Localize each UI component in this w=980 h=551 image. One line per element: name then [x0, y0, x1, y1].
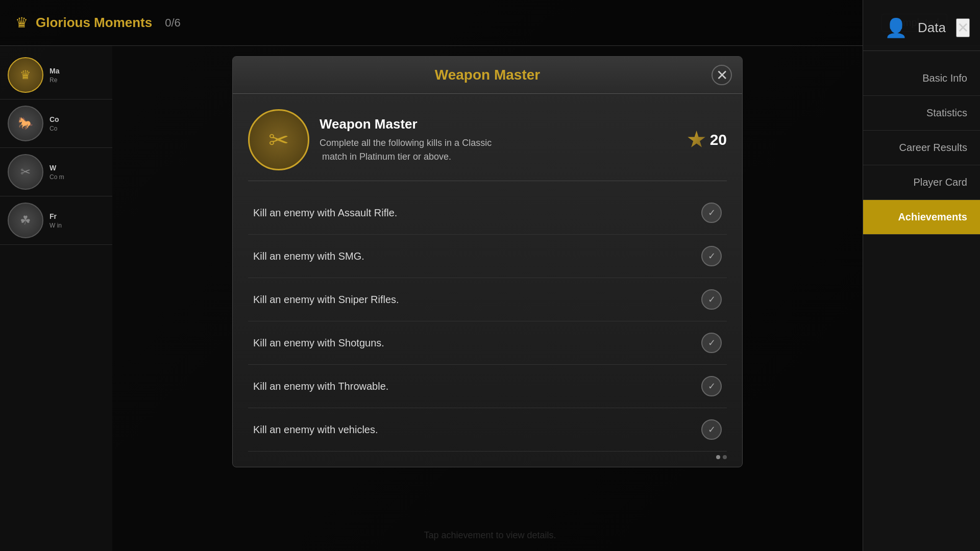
task-check-icon: [701, 289, 722, 310]
list-item[interactable]: ✂ W Co m: [0, 148, 112, 196]
modal-overlay: Weapon Master ✕ ✂ Weapon Master Complete…: [112, 46, 863, 551]
sidebar-item-career-results[interactable]: Career Results: [863, 131, 980, 165]
achievement-text: Co Co: [50, 115, 105, 132]
modal-body: ✂ Weapon Master Complete all the followi…: [233, 94, 742, 467]
modal: Weapon Master ✕ ✂ Weapon Master Complete…: [232, 56, 743, 467]
modal-badge-icon: ✂: [268, 126, 289, 154]
list-item[interactable]: 🐎 Co Co: [0, 99, 112, 148]
modal-badge: ✂: [248, 109, 309, 170]
task-list: Kill an enemy with Assault Rifle. Kill a…: [248, 191, 727, 452]
task-check-icon: [701, 246, 722, 266]
task-check-icon: [701, 376, 722, 396]
scroll-indicator: [716, 455, 727, 459]
modal-reward: 20: [688, 131, 727, 149]
scroll-dot: [716, 455, 720, 459]
list-item[interactable]: ☘ Fr W in: [0, 196, 112, 245]
sidebar-nav: Basic Info Statistics Career Results Pla…: [863, 51, 980, 235]
sidebar-item-basic-info[interactable]: Basic Info: [863, 61, 980, 96]
list-item[interactable]: ♛ Ma Re: [0, 51, 112, 99]
profile-icon: 👤: [885, 17, 908, 39]
task-text: Kill an enemy with Sniper Rifles.: [253, 294, 399, 306]
modal-close-button[interactable]: ✕: [712, 65, 732, 85]
modal-title: Weapon Master: [435, 67, 540, 83]
task-item: Kill an enemy with Assault Rifle.: [248, 191, 727, 235]
data-label: Data: [918, 20, 946, 36]
badge-icon: ☘: [20, 213, 31, 228]
achievement-desc: W in: [50, 222, 105, 229]
achievement-desc: Co m: [50, 173, 105, 181]
task-text: Kill an enemy with Assault Rifle.: [253, 207, 397, 219]
task-text: Kill an enemy with Shotguns.: [253, 337, 384, 349]
achievement-desc: Re: [50, 77, 105, 84]
task-text: Kill an enemy with SMG.: [253, 251, 364, 262]
task-item: Kill an enemy with SMG.: [248, 235, 727, 278]
modal-achievement-desc: Complete all the following kills in a Cl…: [320, 136, 677, 164]
task-text: Kill an enemy with Throwable.: [253, 381, 388, 392]
modal-header: Weapon Master ✕: [233, 57, 742, 94]
achievement-badge: ♛: [8, 57, 43, 93]
left-panel: ♛ Ma Re 🐎 Co Co ✂ W Co m ☘ Fr W in: [0, 46, 112, 551]
sidebar-close-button[interactable]: ✕: [956, 18, 970, 37]
achievement-name: Co: [50, 115, 105, 123]
achievement-text: W Co m: [50, 164, 105, 181]
scroll-dot: [723, 455, 727, 459]
task-text: Kill an enemy with vehicles.: [253, 424, 378, 436]
achievement-name: Fr: [50, 212, 105, 220]
right-sidebar: 👤 Data ✕ Basic Info Statistics Career Re…: [863, 0, 980, 551]
sidebar-top: 👤 Data ✕: [863, 5, 980, 51]
achievement-desc: Co: [50, 125, 105, 132]
task-item: Kill an enemy with Throwable.: [248, 365, 727, 408]
achievement-name: Ma: [50, 67, 105, 75]
task-check-icon: [701, 203, 722, 223]
achievement-name: W: [50, 164, 105, 172]
modal-achievement-info: Weapon Master Complete all the following…: [320, 116, 677, 164]
badge-icon: 🐎: [18, 116, 33, 131]
top-bar-title: Glorious Moments: [36, 15, 152, 31]
achievement-badge: ☘: [8, 203, 43, 238]
achievement-header: ✂ Weapon Master Complete all the followi…: [248, 109, 727, 181]
task-check-icon: [701, 419, 722, 440]
achievement-text: Ma Re: [50, 67, 105, 84]
reward-amount: 20: [710, 131, 727, 148]
top-bar-left: ♛ Glorious Moments 0/6: [15, 14, 881, 31]
sidebar-item-player-card[interactable]: Player Card: [863, 165, 980, 200]
badge-icon: ✂: [20, 165, 31, 179]
sidebar-item-statistics[interactable]: Statistics: [863, 96, 980, 131]
reward-star-icon: [688, 131, 706, 149]
achievement-badge: ✂: [8, 154, 43, 190]
modal-achievement-name: Weapon Master: [320, 116, 677, 132]
task-check-icon: [701, 333, 722, 353]
progress-indicator: 0/6: [165, 16, 181, 30]
task-item: Kill an enemy with vehicles.: [248, 408, 727, 452]
task-item: Kill an enemy with Shotguns.: [248, 321, 727, 365]
achievement-badge: 🐎: [8, 106, 43, 141]
sidebar-item-achievements[interactable]: Achievements: [863, 200, 980, 235]
top-bar: ♛ Glorious Moments 0/6 Completed ≡: [0, 0, 980, 46]
crown-icon: ♛: [15, 14, 28, 31]
achievement-text: Fr W in: [50, 212, 105, 229]
badge-icon: ♛: [20, 68, 31, 82]
task-item: Kill an enemy with Sniper Rifles.: [248, 278, 727, 321]
